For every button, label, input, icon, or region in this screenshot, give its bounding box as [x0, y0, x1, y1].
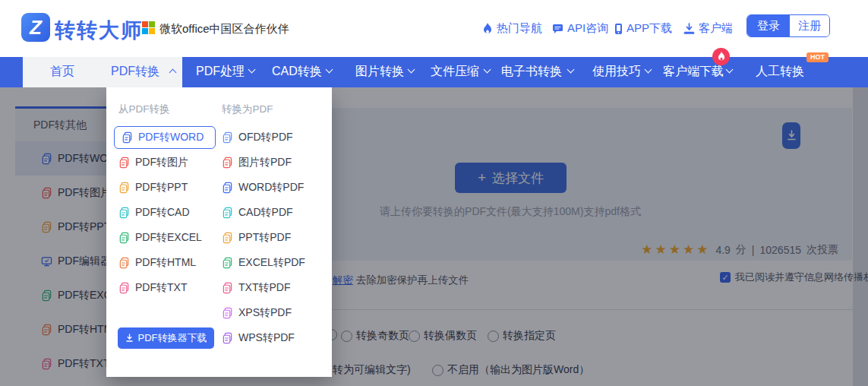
- menu-item-pdf-to-html[interactable]: PDF转HTML: [118, 252, 196, 274]
- chevron-down-icon: [484, 66, 491, 74]
- chat-icon: [552, 24, 563, 34]
- menu-item-pdf-to-word[interactable]: PDF转WORD: [114, 126, 216, 149]
- menu-item-pdf-to-image[interactable]: PDF转图片: [118, 151, 188, 174]
- menu-item-cad-to-pdf[interactable]: CAD转PDF: [222, 201, 293, 224]
- hot-nav-link[interactable]: 热门导航: [482, 21, 542, 36]
- document-icon: [122, 131, 133, 144]
- document-icon: [118, 257, 130, 269]
- chevron-down-icon: [645, 66, 652, 74]
- nav-item-pdf-convert[interactable]: PDF转换: [111, 64, 159, 80]
- flame-icon: [482, 23, 493, 35]
- menu-item-ppt-to-pdf[interactable]: PPT转PDF: [222, 226, 291, 249]
- menu-item-label: EXCEL转PDF: [238, 256, 305, 270]
- auth-buttons: 登录 注册: [746, 14, 830, 37]
- menu-item-image-to-pdf[interactable]: 图片转PDF: [222, 151, 292, 174]
- partner-text: 微软office中国区合作伙伴: [159, 22, 289, 36]
- chevron-down-icon: [567, 66, 575, 74]
- document-icon: [222, 282, 233, 294]
- menu-item-label: PPT转PDF: [238, 231, 291, 245]
- document-icon: [118, 157, 130, 169]
- document-icon: [118, 207, 130, 219]
- document-icon: [222, 207, 233, 219]
- document-icon: [222, 307, 233, 319]
- nav-item-file-compress[interactable]: 文件压缩: [431, 64, 479, 80]
- chevron-down-icon: [248, 66, 256, 74]
- chevron-down-icon: [326, 66, 333, 74]
- pdf-converter-download-button[interactable]: PDF转换器下载: [118, 327, 214, 349]
- menu-item-label: PDF转HTML: [135, 256, 196, 270]
- document-icon: [118, 282, 130, 294]
- nav-item-client-download[interactable]: 客户端下载: [663, 64, 724, 80]
- menu-item-label: PDF转图片: [135, 156, 188, 169]
- nav-item-image-convert[interactable]: 图片转换: [355, 64, 404, 80]
- document-icon: [118, 232, 130, 244]
- menu-item-label: XPS转PDF: [238, 306, 292, 320]
- document-icon: [222, 232, 233, 244]
- phone-icon: [614, 23, 623, 35]
- menu-item-label: OFD转PDF: [238, 131, 293, 144]
- menu-item-label: TXT转PDF: [238, 281, 290, 295]
- menu-item-txt-to-pdf[interactable]: TXT转PDF: [222, 277, 290, 299]
- dropdown-column-title: 转换为PDF: [222, 103, 273, 116]
- nav-item-ebook-convert[interactable]: 电子书转换: [501, 64, 562, 80]
- menu-item-label: PDF转CAD: [135, 206, 190, 220]
- chevron-down-icon: [726, 66, 734, 74]
- main-nav: 首页 PDF转换 PDF处理 CAD转换 图片转换 文件压缩 电子书转换 使用技…: [0, 57, 868, 87]
- flame-badge-icon: [712, 48, 730, 65]
- pdf-convert-dropdown: 从PDF转换 转换为PDF PDF转WORD PDF转图片 PDF转PPT PD…: [106, 87, 332, 377]
- site-header: Z 转转大师 微软office中国区合作伙伴 热门导航 API咨询 APP下载 …: [0, 0, 868, 57]
- chevron-down-icon: [408, 66, 415, 74]
- menu-item-pdf-to-txt[interactable]: PDF转TXT: [118, 277, 187, 299]
- nav-item-manual-convert[interactable]: 人工转换: [756, 64, 804, 80]
- brand-name[interactable]: 转转大师: [55, 17, 143, 44]
- menu-item-xps-to-pdf[interactable]: XPS转PDF: [222, 302, 292, 324]
- menu-item-label: PDF转TXT: [135, 281, 187, 295]
- menu-item-label: CAD转PDF: [238, 206, 293, 220]
- menu-item-ofd-to-pdf[interactable]: OFD转PDF: [222, 126, 293, 149]
- menu-item-pdf-to-ppt[interactable]: PDF转PPT: [118, 176, 188, 199]
- client-download-link[interactable]: 客户端: [683, 21, 733, 36]
- microsoft-logo-icon: [142, 21, 155, 34]
- register-button[interactable]: 注册: [790, 15, 829, 36]
- document-icon: [222, 182, 233, 194]
- nav-item-tips[interactable]: 使用技巧: [592, 64, 641, 80]
- nav-item-pdf-process[interactable]: PDF处理: [196, 64, 245, 80]
- menu-item-label: PDF转EXCEL: [135, 231, 202, 245]
- api-consult-link[interactable]: API咨询: [552, 21, 608, 36]
- nav-item-home[interactable]: 首页: [50, 64, 74, 80]
- menu-item-label: WORD转PDF: [238, 181, 304, 195]
- brand-logo-icon[interactable]: Z: [21, 13, 50, 42]
- menu-item-label: 图片转PDF: [238, 156, 292, 169]
- menu-item-label: WPS转PDF: [238, 331, 295, 345]
- hot-badge: HOT: [806, 52, 829, 62]
- menu-item-pdf-to-excel[interactable]: PDF转EXCEL: [118, 226, 202, 249]
- document-icon: [222, 131, 233, 144]
- menu-item-word-to-pdf[interactable]: WORD转PDF: [222, 176, 304, 199]
- download-arrow-icon: [125, 334, 134, 343]
- document-icon: [222, 257, 233, 269]
- page: PDF转其他 PDF转WORD PDF转图片 PDF转PPT PDF编辑器 PD…: [0, 0, 868, 386]
- dropdown-column-title: 从PDF转换: [118, 103, 170, 116]
- download-icon: [683, 23, 695, 34]
- menu-item-label: PDF转WORD: [138, 131, 204, 144]
- document-icon: [222, 332, 233, 344]
- menu-item-wps-to-pdf[interactable]: WPS转PDF: [222, 327, 295, 350]
- app-download-link[interactable]: APP下载: [614, 21, 672, 36]
- document-icon: [222, 157, 233, 169]
- login-button[interactable]: 登录: [747, 15, 790, 36]
- document-icon: [118, 182, 130, 194]
- nav-item-cad-convert[interactable]: CAD转换: [272, 64, 322, 80]
- menu-item-label: PDF转PPT: [135, 181, 188, 195]
- menu-item-excel-to-pdf[interactable]: EXCEL转PDF: [222, 252, 305, 274]
- menu-item-pdf-to-cad[interactable]: PDF转CAD: [118, 201, 190, 224]
